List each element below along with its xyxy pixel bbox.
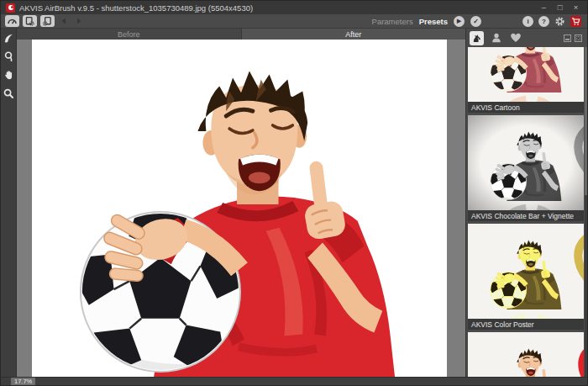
- preset-item-chocolate-bar[interactable]: AKVIS Chocolate Bar + Vignette: [468, 115, 584, 221]
- list-view-toggle[interactable]: [564, 34, 571, 42]
- arrow-right-icon: [74, 16, 84, 26]
- hand-icon: [3, 69, 15, 82]
- presets-sidebar: AKVIS Cartoon AKVIS Chocolate Bar + Vign…: [465, 29, 587, 377]
- buy-button[interactable]: [570, 16, 581, 27]
- page-gear-icon: [24, 16, 35, 27]
- presets-header: [466, 29, 587, 47]
- preview-brush-tool[interactable]: [3, 32, 15, 45]
- titlebar: AKVIS AirBrush v.9.5 - shutterstock_1035…: [1, 1, 587, 14]
- check-icon: ✓: [473, 18, 479, 25]
- brush-stroke-icon: [3, 32, 15, 45]
- import-presets-button[interactable]: [23, 15, 37, 27]
- lasso-icon: [3, 50, 15, 63]
- presets-list: AKVIS Cartoon AKVIS Chocolate Bar + Vign…: [466, 47, 587, 377]
- akvis-app-icon: [6, 3, 15, 13]
- person-icon: [491, 32, 502, 44]
- preset-settings-gear-icon[interactable]: [471, 302, 485, 315]
- mode-switcher: Parameters Presets ▶ ✓ i ?: [372, 16, 583, 27]
- maximize-button[interactable]: □: [554, 2, 566, 13]
- favorite-heart-icon[interactable]: [566, 227, 580, 240]
- about-button[interactable]: i: [522, 16, 533, 27]
- zoom-tool[interactable]: [3, 87, 15, 100]
- view-toggles: [564, 34, 582, 42]
- canvas-column: Before After: [17, 29, 465, 377]
- system-buttons: i ?: [522, 16, 581, 27]
- tool-column: [1, 29, 17, 377]
- export-presets-button[interactable]: [40, 15, 55, 27]
- sidebar-scrollbar[interactable]: [585, 47, 587, 377]
- undo-button[interactable]: [58, 15, 70, 27]
- image-viewport: [17, 40, 465, 377]
- heart-icon: [510, 33, 522, 43]
- magnifier-icon: [3, 87, 15, 100]
- tab-presets[interactable]: Presets: [419, 17, 448, 26]
- close-button[interactable]: ×: [570, 2, 582, 13]
- tab-parameters[interactable]: Parameters: [372, 17, 413, 26]
- favorite-heart-icon[interactable]: [566, 336, 580, 348]
- favorite-presets-button[interactable]: [508, 31, 522, 45]
- preset-settings-gear-icon[interactable]: [471, 85, 485, 98]
- redo-button[interactable]: [73, 15, 85, 27]
- preset-thumbnail[interactable]: [468, 115, 584, 210]
- arrow-left-icon: [59, 16, 69, 26]
- favorite-heart-icon[interactable]: [566, 119, 580, 131]
- gear-icon: [554, 16, 565, 27]
- preset-label: AKVIS Chocolate Bar + Vignette: [468, 210, 584, 221]
- app-window: AKVIS AirBrush v.9.5 - shutterstock_1035…: [0, 0, 588, 386]
- preset-thumbnail[interactable]: [468, 332, 584, 377]
- run-button[interactable]: ▶: [454, 16, 465, 27]
- preset-settings-gear-icon[interactable]: [471, 193, 485, 207]
- view-tabbar: Before After: [17, 29, 465, 40]
- preset-thumbnail[interactable]: [468, 224, 584, 319]
- preset-item-natural[interactable]: [468, 332, 584, 377]
- cart-icon: [571, 17, 580, 26]
- grid-view-toggle[interactable]: [575, 34, 582, 42]
- window-title: AKVIS AirBrush v.9.5 - shutterstock_1035…: [19, 3, 253, 13]
- history-brush-tool[interactable]: [3, 50, 15, 63]
- preset-label: AKVIS Color Poster: [468, 319, 584, 330]
- statusbar: 17.7%: [1, 377, 587, 385]
- preset-label: AKVIS Cartoon: [468, 102, 584, 113]
- preset-item-cartoon[interactable]: AKVIS Cartoon: [468, 47, 584, 113]
- hand-tool[interactable]: [3, 69, 15, 82]
- user-presets-button[interactable]: [489, 31, 503, 45]
- zoom-level[interactable]: 17.7%: [11, 378, 35, 385]
- airbrush-result-image: [32, 40, 447, 377]
- dial-icon: [7, 16, 18, 27]
- knight-icon: [471, 33, 482, 44]
- tab-after[interactable]: After: [242, 29, 466, 40]
- preferences-button[interactable]: [554, 16, 565, 27]
- main-area: Before After: [1, 29, 587, 377]
- window-controls: – □ ×: [538, 2, 582, 13]
- image-canvas[interactable]: [32, 40, 447, 377]
- minimize-button[interactable]: –: [538, 2, 550, 13]
- open-image-button[interactable]: [5, 15, 19, 27]
- toolbar: Parameters Presets ▶ ✓ i ?: [1, 14, 587, 29]
- preset-thumbnail[interactable]: [468, 47, 584, 102]
- preset-item-color-poster[interactable]: AKVIS Color Poster: [468, 224, 584, 330]
- page-gear-icon: [42, 16, 53, 27]
- help-button[interactable]: ?: [538, 16, 549, 27]
- info-icon: i: [527, 18, 528, 25]
- apply-button[interactable]: ✓: [470, 16, 481, 27]
- play-icon: ▶: [457, 18, 461, 24]
- help-icon: ?: [542, 18, 546, 25]
- tab-before[interactable]: Before: [17, 29, 242, 40]
- akvis-presets-button[interactable]: [470, 31, 484, 45]
